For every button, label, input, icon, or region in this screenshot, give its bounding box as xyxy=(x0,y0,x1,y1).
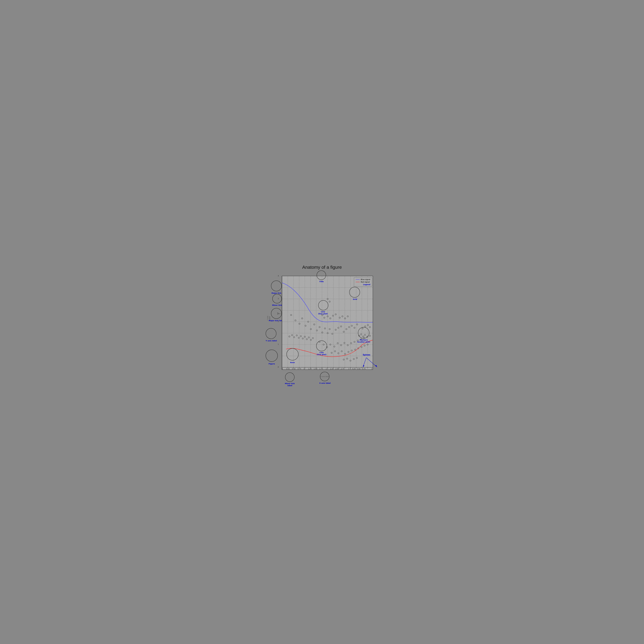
svg-point-86 xyxy=(343,359,344,360)
grid-label-ann: Grid xyxy=(350,298,360,300)
axes-label-ann: Axes xyxy=(288,361,297,363)
svg-point-36 xyxy=(299,323,300,324)
svg-point-79 xyxy=(348,351,349,353)
svg-point-51 xyxy=(340,326,342,327)
svg-point-89 xyxy=(353,358,354,360)
svg-point-53 xyxy=(346,328,347,330)
svg-point-80 xyxy=(351,350,352,351)
figure-container: Anatomy of a figure Y axis label Figure … xyxy=(262,262,382,382)
markers-label-ann: Markers(scatter plot) xyxy=(356,339,371,343)
svg-point-47 xyxy=(329,328,330,330)
minor-tick-circle xyxy=(272,294,282,303)
grid-circle xyxy=(349,287,360,298)
minor-tick-label-ann: Minor tick label xyxy=(283,383,297,387)
svg-point-45 xyxy=(324,328,326,329)
svg-point-110 xyxy=(329,301,330,302)
svg-point-28 xyxy=(302,338,303,339)
svg-point-25 xyxy=(296,335,297,336)
svg-point-104 xyxy=(335,314,336,315)
svg-point-64 xyxy=(340,345,342,346)
svg-point-44 xyxy=(322,332,323,333)
legend-label-ann: Legend xyxy=(356,283,370,286)
legend-red: Red signal xyxy=(361,281,370,283)
svg-point-48 xyxy=(332,333,333,334)
svg-point-87 xyxy=(346,358,348,359)
figure-label: Figure xyxy=(265,363,278,365)
svg-point-68 xyxy=(354,341,355,343)
scatter-markers xyxy=(289,298,371,361)
svg-point-24 xyxy=(293,336,295,338)
svg-point-50 xyxy=(338,327,339,328)
svg-point-40 xyxy=(310,328,312,330)
major-tick-label-ann: Major tick xyxy=(270,292,283,294)
svg-point-54 xyxy=(348,326,350,328)
svg-point-67 xyxy=(350,343,352,344)
svg-point-55 xyxy=(351,325,352,326)
svg-point-73 xyxy=(369,335,371,336)
svg-point-76 xyxy=(338,353,339,354)
svg-point-31 xyxy=(308,337,310,338)
minor-tick-label-circle xyxy=(285,372,294,382)
title-circle xyxy=(317,270,326,280)
svg-point-108 xyxy=(347,316,348,317)
minor-tick-label-ann: Minor tick xyxy=(271,304,283,306)
svg-point-30 xyxy=(306,339,308,340)
svg-point-43 xyxy=(319,326,320,328)
line-circle-2 xyxy=(316,341,327,351)
svg-point-107 xyxy=(344,318,346,319)
svg-point-38 xyxy=(305,325,306,326)
svg-point-63 xyxy=(337,343,338,344)
line-label-ann-2: Line(line plot) xyxy=(315,352,328,356)
svg-point-105 xyxy=(339,317,340,318)
svg-point-32 xyxy=(310,339,312,341)
y-axis-label-annotation: Y axis label xyxy=(265,340,278,342)
svg-point-35 xyxy=(295,320,296,321)
svg-point-65 xyxy=(344,342,345,344)
legend-box: Blue signal Red signal Legend xyxy=(354,277,372,286)
svg-point-100 xyxy=(324,317,325,318)
x-axis-circle: X axis label xyxy=(320,372,329,381)
svg-point-102 xyxy=(330,318,331,319)
figure-circle xyxy=(266,350,278,362)
svg-point-96 xyxy=(365,326,366,327)
svg-point-62 xyxy=(334,346,335,347)
markers-circle xyxy=(358,327,369,339)
svg-point-23 xyxy=(291,334,293,336)
svg-point-27 xyxy=(300,336,301,337)
spines-arrow xyxy=(362,354,378,370)
svg-point-33 xyxy=(312,337,314,339)
svg-point-66 xyxy=(347,345,348,346)
svg-point-81 xyxy=(354,349,356,350)
svg-point-98 xyxy=(369,326,371,328)
svg-point-83 xyxy=(361,346,362,348)
legend-blue: Blue signal xyxy=(361,278,370,280)
line-label-ann-1: Line(line plot) xyxy=(317,311,329,315)
svg-point-56 xyxy=(354,327,355,328)
svg-point-78 xyxy=(344,353,346,355)
svg-point-41 xyxy=(314,324,315,325)
line-circle-1 xyxy=(318,300,328,310)
svg-point-77 xyxy=(341,351,342,352)
svg-point-42 xyxy=(316,330,318,331)
svg-point-106 xyxy=(342,316,343,317)
svg-point-74 xyxy=(331,352,332,354)
major-tick-circle xyxy=(271,281,282,291)
x-axis-label-ann: X axis label xyxy=(319,382,331,384)
major-tick-label-circle: 3 — xyxy=(271,308,282,319)
svg-point-49 xyxy=(335,329,336,330)
figure-title: Anatomy of a figure xyxy=(262,265,382,270)
svg-point-37 xyxy=(301,318,303,319)
axes-circle xyxy=(286,348,299,360)
svg-marker-142 xyxy=(363,365,364,367)
title-label-ann: Title xyxy=(319,281,324,283)
svg-point-97 xyxy=(367,324,369,326)
y-axis-circle xyxy=(266,328,276,339)
svg-point-52 xyxy=(343,331,344,332)
svg-marker-140 xyxy=(375,365,377,367)
svg-point-34 xyxy=(290,314,292,316)
svg-point-22 xyxy=(289,336,290,337)
svg-point-84 xyxy=(364,345,365,346)
svg-point-75 xyxy=(334,351,336,352)
svg-point-90 xyxy=(356,357,358,359)
svg-point-57 xyxy=(356,324,358,325)
